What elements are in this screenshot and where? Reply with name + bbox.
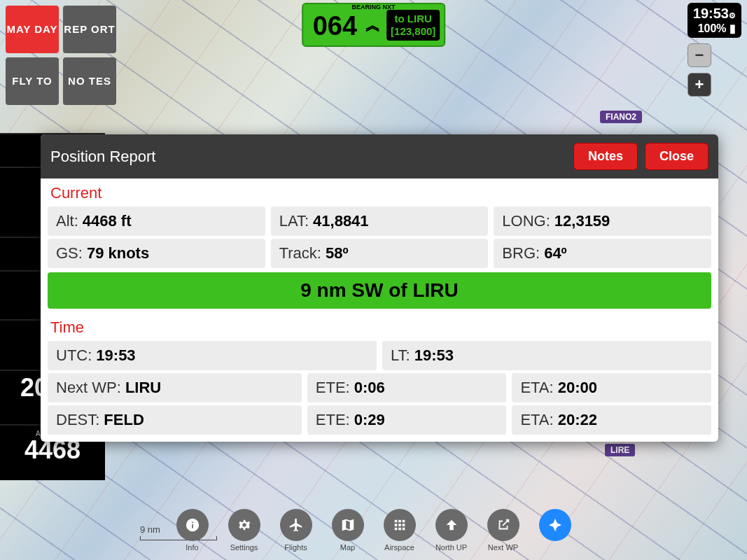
- gear-icon: [237, 517, 252, 533]
- map-label-lire: LIRE: [605, 444, 635, 456]
- grid-icon: [392, 517, 407, 533]
- cell-alt: Alt:4468 ft: [48, 206, 265, 236]
- arrow-up-icon: [444, 517, 459, 533]
- cell-nextwp: Next WP:LIRU: [48, 373, 302, 402]
- map-button[interactable]: Map: [332, 509, 364, 552]
- nextwp-button[interactable]: Next WP: [487, 509, 519, 552]
- cell-lt: LT:19:53: [382, 341, 711, 370]
- cell-lat: LAT:41,8841: [271, 206, 489, 236]
- notes-button[interactable]: NO TES: [63, 57, 116, 105]
- position-report-dialog: Position Report Notes Close Current Alt:…: [41, 134, 718, 442]
- chevron-up-icon: ︽: [365, 19, 381, 31]
- battery-icon: ▮: [729, 22, 736, 34]
- cell-dest: DEST:FELD: [48, 405, 302, 435]
- airspace-button[interactable]: Airspace: [384, 509, 416, 552]
- dialog-title: Position Report: [50, 148, 566, 166]
- zoom-out-button[interactable]: −: [687, 43, 711, 67]
- dialog-notes-button[interactable]: Notes: [573, 143, 638, 170]
- compass-icon: [547, 517, 563, 533]
- share-icon: [496, 517, 511, 533]
- cell-dest-ete: ETE:0:29: [307, 405, 507, 435]
- map-label-fiano2: FIANO2: [600, 111, 642, 123]
- report-button[interactable]: REP ORT: [63, 6, 116, 53]
- cell-gs: GS:79 knots: [48, 239, 265, 268]
- cell-nextwp-eta: ETA:20:00: [512, 373, 711, 402]
- bearing-indicator[interactable]: BEARING NXT 064 ︽ to LIRU [123,800]: [302, 3, 446, 47]
- compass-button[interactable]: [539, 509, 571, 552]
- map-icon: [340, 517, 356, 533]
- northup-button[interactable]: North UP: [435, 509, 468, 552]
- top-left-button-grid: MAY DAY REP ORT FLY TO NO TES: [6, 6, 116, 105]
- position-banner: 9 nm SW of LIRU: [48, 272, 711, 309]
- airplane-icon: [288, 517, 304, 533]
- cell-nextwp-ete: ETE:0:06: [307, 373, 507, 402]
- info-icon: [185, 517, 200, 533]
- cell-utc: UTC:19:53: [48, 341, 377, 370]
- dialog-close-button[interactable]: Close: [645, 143, 708, 170]
- mayday-button[interactable]: MAY DAY: [6, 6, 59, 53]
- cell-brg: BRG:64º: [494, 239, 711, 268]
- cell-long: LONG:12,3159: [494, 206, 711, 236]
- current-heading: Current: [41, 178, 718, 206]
- info-button[interactable]: Info: [176, 509, 209, 552]
- flyto-button[interactable]: FLY TO: [6, 57, 59, 105]
- cell-dest-eta: ETA:20:22: [512, 405, 711, 435]
- bearing-label: BEARING NXT: [351, 4, 395, 10]
- zoom-in-button[interactable]: +: [687, 73, 711, 97]
- bearing-value: 064: [307, 7, 360, 43]
- bearing-destination: to LIRU [123,800]: [386, 10, 440, 41]
- bottom-toolbar: Info Settings Flights Map Airspace North…: [176, 509, 571, 552]
- settings-button[interactable]: Settings: [228, 509, 260, 552]
- flights-button[interactable]: Flights: [280, 509, 312, 552]
- cell-track: Track:58º: [271, 239, 489, 268]
- clock-battery-box: 19:53⚙ 100% ▮: [687, 3, 741, 38]
- time-heading: Time: [41, 313, 718, 341]
